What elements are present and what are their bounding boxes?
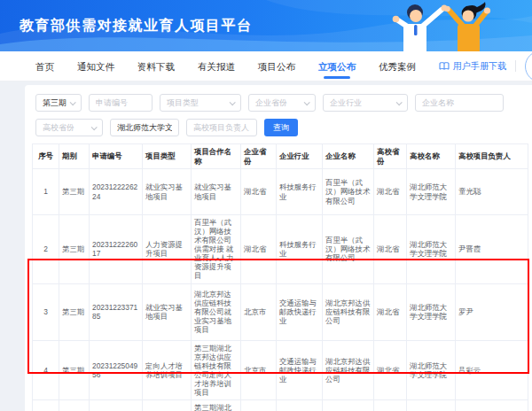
table-cell: 湖北省	[374, 283, 407, 340]
table-cell: 北京市	[241, 283, 277, 340]
highfive-illustration	[365, 0, 525, 51]
period-select-value: 第三期	[43, 97, 66, 109]
table-cell: 定向人才培养培训项目	[143, 340, 192, 399]
table-cell: 2023122337185	[90, 283, 143, 340]
table-cell: 交通运输与邮政快递行业	[277, 283, 323, 340]
table-cell: 2023122226017	[90, 215, 143, 284]
table-cell: 百里半（武汉）网络技术有限公司	[323, 169, 374, 215]
enterprise-industry-placeholder: 企业行业	[330, 97, 362, 109]
period-select[interactable]: 第三期	[35, 94, 82, 112]
table-cell: 交通运输与邮政快递行业	[277, 340, 323, 399]
table-cell: 湖北省	[241, 215, 277, 284]
chevron-down-icon	[304, 99, 310, 105]
nav-item-home[interactable]: 首页	[35, 51, 54, 81]
chevron-down-icon	[91, 124, 98, 130]
table-cell: 湖北京邦达供应链科技有限公司	[323, 283, 374, 340]
table-cell: 第三期	[59, 169, 90, 215]
table-cell: 湖北省	[241, 169, 277, 215]
content-card: 第三期 项目类型 企业省份 企业行业 高校省份 查询 序号期别申请编号项目类型项…	[25, 85, 532, 411]
table-cell: 甘伟	[456, 400, 528, 411]
enterprise-province-select[interactable]: 企业省份	[248, 94, 316, 112]
table-cell: 湖北京邦达供应链科技有限公司就业实习基地项目	[192, 283, 241, 340]
table-cell: 湖北师范大学文理学院	[407, 215, 456, 284]
enterprise-province-placeholder: 企业省份	[255, 97, 287, 109]
table-cell: 2	[33, 215, 59, 284]
enterprise-name-input[interactable]	[415, 94, 504, 112]
table-cell: 湖北师范大学文理学院	[407, 340, 456, 399]
table-cell: 4	[33, 340, 59, 399]
table-cell: 湖北京邦达供应链科技有限公司	[323, 400, 374, 411]
table-cell: 湖北省	[374, 169, 407, 215]
table-row: 1第三期2023122226224就业实习基地项目就业实习基地项目湖北省科技服务…	[33, 169, 528, 215]
nav-right-group: 用户手册下载 登录	[439, 50, 532, 82]
column-header: 项目类型	[143, 144, 192, 169]
table-cell: 百里半（武汉）网络技术有限公司供需对接 就业育人-人力资源提升项目	[192, 215, 241, 284]
table-cell: 北京市	[241, 340, 277, 399]
filter-row-2: 高校省份 查询	[35, 119, 528, 136]
table-cell: 5	[33, 400, 59, 411]
table-row: 3第三期2023122337185就业实习基地项目湖北京邦达供应链科技有限公司就…	[33, 283, 528, 340]
table-cell: 罗尹	[456, 283, 528, 340]
chevron-down-icon	[230, 99, 236, 105]
results-table: 序号期别申请编号项目类型项目合作名称企业省份企业行业企业名称高校省份高校名称高校…	[32, 143, 528, 411]
table-cell: 就业实习基地项目	[192, 169, 241, 215]
table-header-row: 序号期别申请编号项目类型项目合作名称企业省份企业行业企业名称高校省份高校名称高校…	[33, 144, 528, 169]
table-row: 2第三期2023122226017人力资源提升项目百里半（武汉）网络技术有限公司…	[33, 215, 528, 284]
table-cell: 第三期	[59, 215, 90, 284]
column-header: 高校项目负责人	[456, 144, 528, 169]
university-province-select[interactable]: 高校省份	[35, 119, 103, 136]
column-header: 高校省份	[374, 144, 407, 169]
table-cell: 湖北师范大学文理学院	[407, 400, 456, 411]
table-cell: 人力资源提升项目	[143, 215, 192, 284]
table-cell: 2023122504956	[90, 340, 143, 399]
filter-row-1: 第三期 项目类型 企业省份 企业行业	[35, 94, 528, 112]
nav-item-project-publish[interactable]: 项目公布	[258, 51, 295, 81]
university-province-placeholder: 高校省份	[43, 122, 74, 134]
table-cell: 第三期	[59, 340, 90, 399]
table-cell: 科技服务行业	[277, 169, 323, 215]
column-header: 申请编号	[90, 144, 143, 169]
nav-item-downloads[interactable]: 资料下载	[137, 51, 175, 81]
login-button[interactable]: 登录	[525, 50, 532, 82]
table-cell: 湖北省	[374, 340, 407, 399]
hero-banner: 教育部供需对接就业育人项目平台	[0, 0, 532, 51]
nav-divider	[515, 60, 516, 72]
column-header: 企业行业	[277, 144, 323, 169]
table-cell: 百里半（武汉）网络技术有限公司	[323, 215, 374, 284]
column-header: 期别	[59, 144, 90, 169]
table-cell: 童光聪	[456, 169, 528, 215]
table-cell: 就业实习基地项目	[143, 283, 192, 340]
chevron-down-icon	[70, 99, 76, 105]
enterprise-industry-select[interactable]: 企业行业	[323, 94, 408, 112]
table-cell: 1	[33, 169, 59, 215]
nav-item-reports[interactable]: 有关报道	[198, 51, 235, 81]
table-cell: 湖北省	[374, 400, 407, 411]
university-name-input[interactable]	[110, 119, 179, 136]
university-leader-input[interactable]	[186, 119, 257, 136]
nav-item-best-cases[interactable]: 优秀案例	[379, 51, 416, 81]
table-cell: 尹晋霞	[456, 215, 528, 284]
table-cell: 2023122250083	[90, 400, 143, 411]
table-row: 4第三期2023122504956定向人才培养培训项目第三期湖北京邦达供应链科技…	[33, 340, 528, 399]
table-cell: 湖北京邦达供应链科技有限公司	[323, 340, 374, 399]
table-cell: 第三期	[59, 400, 90, 411]
table-cell: 第三期湖北京邦达供应链科技有限公司供需对接就业育人重点群体就业帮扶项目	[192, 400, 241, 411]
column-header: 项目合作名称	[192, 144, 241, 169]
nav-item-approval-publish[interactable]: 立项公布	[318, 51, 356, 81]
table-cell: 3	[33, 283, 59, 340]
column-header: 企业名称	[323, 144, 374, 169]
table-cell: 科技服务行业	[277, 215, 323, 284]
user-manual-link[interactable]: 用户手册下载	[439, 60, 506, 73]
project-type-placeholder: 项目类型	[167, 97, 199, 109]
table-cell: 重点群体就业帮扶项目	[143, 400, 192, 411]
column-header: 序号	[33, 144, 59, 169]
project-type-select[interactable]: 项目类型	[160, 94, 241, 112]
column-header: 高校名称	[407, 144, 456, 169]
application-number-input[interactable]	[89, 94, 153, 112]
table-cell: 北京市	[241, 400, 277, 411]
column-header: 企业省份	[241, 144, 277, 169]
table-cell: 湖北省	[374, 215, 407, 284]
nav-item-notices[interactable]: 通知文件	[77, 51, 114, 81]
table-header: 序号期别申请编号项目类型项目合作名称企业省份企业行业企业名称高校省份高校名称高校…	[33, 144, 528, 169]
search-button[interactable]: 查询	[264, 119, 298, 136]
